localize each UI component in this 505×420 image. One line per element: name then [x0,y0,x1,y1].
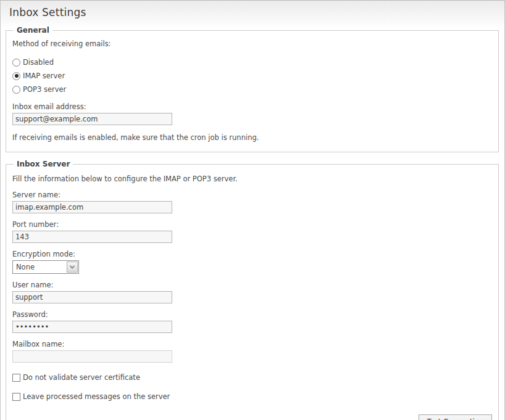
encryption-mode-select[interactable]: None [12,260,79,274]
page-title: Inbox Settings [9,6,496,19]
radio-button-imap-server[interactable] [12,72,20,80]
port-number-field: Port number: [12,220,492,243]
password-label: Password: [12,310,492,319]
radio-button-disabled[interactable] [12,59,20,67]
radio-option-pop3-server[interactable]: POP3 server [12,85,492,94]
radio-label-pop3-server: POP3 server [23,85,66,94]
button-row: Test Connection [12,414,492,420]
test-connection-button[interactable]: Test Connection [419,414,492,420]
radio-label-disabled: Disabled [23,58,54,67]
port-number-input[interactable] [12,231,172,243]
password-field: Password: [12,310,492,333]
checkbox-row-leave-messages[interactable]: Leave processed messages on the server [12,392,492,401]
server-name-label: Server name: [12,191,492,199]
inbox-settings-page: Inbox Settings General Method of receivi… [0,0,505,420]
inbox-server-section: Inbox Server Fill the information below … [6,160,499,420]
validate-certificate-checkbox[interactable] [12,374,20,382]
port-number-label: Port number: [12,220,492,229]
page-header: Inbox Settings [1,1,504,26]
server-name-input[interactable] [12,201,172,213]
server-name-field: Server name: [12,191,492,213]
select-dropdown-button[interactable] [67,261,78,273]
encryption-mode-field: Encryption mode: None [12,250,492,274]
mailbox-name-input [12,350,172,363]
leave-messages-label: Leave processed messages on the server [23,392,170,401]
chevron-down-icon [70,263,75,268]
validate-certificate-label: Do not validate server certificate [23,373,140,382]
checkbox-row-validate-certificate[interactable]: Do not validate server certificate [12,373,492,382]
method-of-receiving-label: Method of receiving emails: [12,39,492,48]
radio-button-pop3-server[interactable] [12,86,20,94]
general-legend: General [14,26,52,35]
encryption-mode-label: Encryption mode: [12,250,492,258]
user-name-input[interactable] [12,291,172,303]
general-section: General Method of receiving emails: Disa… [6,26,499,152]
inbox-server-intro: Fill the information below to configure … [12,175,492,183]
user-name-field: User name: [12,281,492,303]
inbox-server-legend: Inbox Server [14,160,73,168]
user-name-label: User name: [12,281,492,289]
encryption-mode-selected-value: None [16,263,35,271]
inbox-email-input[interactable] [12,113,172,125]
leave-messages-checkbox[interactable] [12,393,20,401]
mailbox-name-label: Mailbox name: [12,340,492,348]
inbox-email-label: Inbox email address: [12,102,492,111]
radio-option-imap-server[interactable]: IMAP server [12,72,492,80]
mailbox-name-field: Mailbox name: [12,340,492,363]
password-input[interactable] [12,321,172,333]
radio-option-disabled[interactable]: Disabled [12,58,492,67]
radio-label-imap-server: IMAP server [23,72,65,80]
cron-job-note: If receiving emails is enabled, make sur… [12,133,492,142]
